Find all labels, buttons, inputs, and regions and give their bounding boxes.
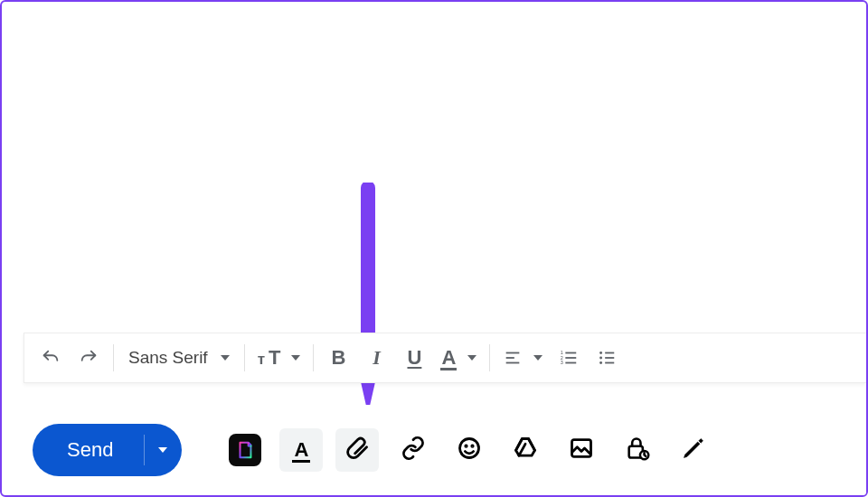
confidential-mode-button[interactable] [616, 428, 659, 472]
toolbar-divider [489, 344, 490, 371]
addon-icon [229, 434, 261, 466]
link-icon [401, 436, 426, 464]
action-bar: Send A [24, 405, 866, 495]
bold-button[interactable]: B [321, 341, 355, 375]
redo-button[interactable] [71, 341, 106, 375]
chevron-down-icon [158, 447, 167, 453]
compose-window: Sans Serif т T B I U A [0, 0, 868, 497]
svg-point-17 [472, 445, 473, 446]
toolbar-divider [244, 344, 245, 371]
pen-icon [681, 436, 706, 464]
image-icon [569, 436, 594, 464]
paperclip-icon [344, 436, 370, 464]
align-button[interactable] [497, 341, 548, 375]
lock-clock-icon [625, 436, 650, 464]
svg-point-11 [600, 361, 603, 364]
chevron-down-icon [221, 355, 230, 361]
send-button-group: Send [33, 424, 182, 476]
italic-button[interactable]: I [359, 341, 393, 375]
svg-text:3: 3 [561, 360, 563, 365]
undo-button[interactable] [33, 341, 68, 375]
chevron-down-icon [467, 355, 476, 361]
send-label: Send [67, 438, 113, 462]
send-button[interactable]: Send [33, 424, 144, 476]
svg-point-9 [600, 352, 603, 354]
insert-signature-button[interactable] [672, 428, 715, 472]
svg-point-10 [600, 357, 603, 360]
font-family-label: Sans Serif [128, 348, 208, 368]
underline-button[interactable]: U [397, 341, 431, 375]
font-size-picker[interactable]: т T [252, 341, 307, 375]
text-color-button[interactable]: A [435, 341, 482, 375]
insert-emoji-button[interactable] [448, 428, 491, 472]
font-family-picker[interactable]: Sans Serif [121, 341, 237, 375]
toolbar-divider [313, 344, 314, 371]
svg-point-16 [466, 445, 467, 446]
send-options-button[interactable] [144, 424, 182, 476]
emoji-icon [457, 436, 482, 464]
insert-link-button[interactable] [392, 428, 435, 472]
svg-point-15 [460, 439, 479, 458]
drive-icon [513, 436, 538, 464]
addon-button[interactable] [223, 428, 267, 472]
formatting-toolbar: Sans Serif т T B I U A [24, 333, 866, 383]
insert-drive-button[interactable] [504, 428, 547, 472]
chevron-down-icon [533, 355, 542, 361]
bulleted-list-button[interactable] [590, 341, 624, 375]
attach-files-button[interactable] [335, 428, 379, 472]
insert-photo-button[interactable] [560, 428, 603, 472]
chevron-down-icon [291, 355, 300, 361]
numbered-list-button[interactable]: 123 [552, 341, 586, 375]
font-size-label: T [269, 346, 280, 370]
toolbar-divider [113, 344, 114, 371]
formatting-toggle-button[interactable]: A [279, 428, 323, 472]
